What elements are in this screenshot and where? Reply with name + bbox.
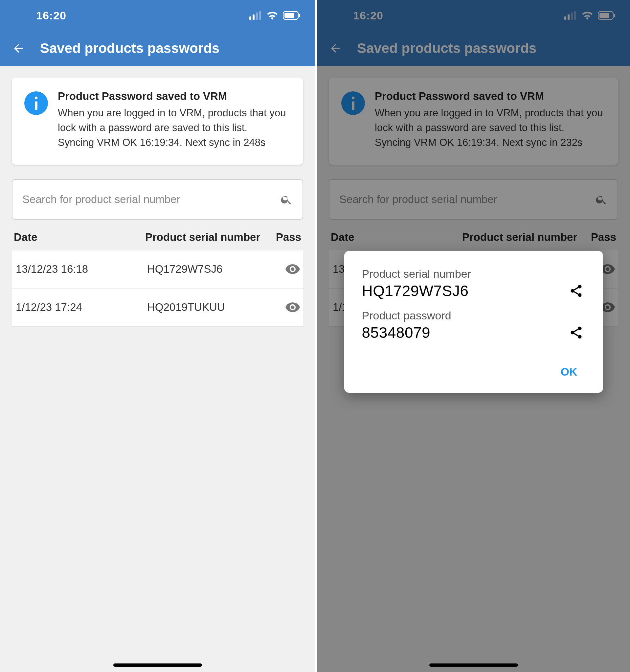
cell-date: 1/12/23 17:24	[16, 301, 147, 313]
share-icon	[569, 325, 583, 340]
screen-list: 16:20 Saved products passwords Product P…	[0, 0, 315, 672]
dialog-password-block: Product password 85348079	[362, 309, 585, 342]
svg-point-20	[578, 293, 581, 297]
svg-point-23	[578, 335, 581, 338]
svg-rect-0	[249, 17, 251, 20]
show-password-button[interactable]	[269, 302, 300, 312]
search-input[interactable]	[22, 193, 280, 206]
home-indicator[interactable]	[429, 664, 518, 667]
svg-rect-8	[35, 101, 37, 110]
cell-serial: HQ2019TUKUU	[147, 301, 269, 313]
table-row[interactable]: 1/12/23 17:24 HQ2019TUKUU	[12, 289, 303, 327]
info-body: When you are logged in to VRM, products …	[58, 106, 291, 150]
dialog-password-value: 85348079	[362, 324, 431, 341]
svg-rect-1	[253, 15, 255, 20]
screen-dialog: 16:20 Saved products passwords Product P…	[315, 0, 630, 672]
battery-icon	[283, 11, 301, 20]
dialog-password-label: Product password	[362, 309, 585, 322]
wifi-icon	[267, 11, 278, 20]
table-row[interactable]: 13/12/23 16:18 HQ1729W7SJ6	[12, 250, 303, 289]
share-icon	[569, 284, 583, 298]
statusbar: 16:20	[0, 0, 315, 31]
share-password-button[interactable]	[567, 323, 585, 342]
svg-point-19	[571, 289, 574, 293]
table-header: Date Product serial number Pass	[12, 220, 303, 250]
svg-rect-5	[284, 13, 294, 18]
svg-rect-7	[35, 97, 37, 99]
info-card: Product Password saved to VRM When you a…	[12, 77, 303, 165]
appbar: Saved products passwords	[0, 31, 315, 66]
info-text: Product Password saved to VRM When you a…	[58, 90, 291, 150]
svg-point-22	[571, 331, 574, 335]
page-title: Saved products passwords	[40, 41, 220, 56]
cell-serial: HQ1729W7SJ6	[147, 263, 269, 275]
col-serial-header: Product serial number	[145, 231, 270, 243]
status-indicators	[249, 11, 301, 20]
home-indicator[interactable]	[113, 664, 202, 667]
info-icon	[24, 91, 48, 115]
arrow-left-icon	[12, 42, 25, 55]
svg-rect-2	[256, 13, 258, 20]
eye-icon	[285, 264, 300, 274]
eye-icon	[285, 302, 300, 312]
svg-rect-6	[299, 14, 300, 17]
dialog-serial-block: Product serial number HQ1729W7SJ6	[362, 267, 585, 300]
svg-rect-3	[259, 11, 261, 20]
dialog-serial-label: Product serial number	[362, 267, 585, 280]
svg-point-21	[578, 327, 581, 330]
info-title: Product Password saved to VRM	[58, 90, 291, 102]
dialog-actions: OK	[362, 361, 585, 383]
content: Product Password saved to VRM When you a…	[0, 66, 315, 327]
clock: 16:20	[36, 9, 66, 22]
cell-date: 13/12/23 16:18	[16, 263, 147, 275]
col-pass-header: Pass	[270, 231, 301, 243]
share-serial-button[interactable]	[567, 282, 585, 300]
search-icon	[280, 193, 293, 206]
table-body: 13/12/23 16:18 HQ1729W7SJ6 1/12/23 17:24…	[12, 250, 303, 327]
dialog-serial-value: HQ1729W7SJ6	[362, 282, 469, 300]
ok-button[interactable]: OK	[553, 361, 585, 383]
search-field[interactable]	[12, 179, 303, 220]
col-date-header: Date	[14, 231, 145, 243]
cellular-icon	[249, 11, 262, 20]
show-password-button[interactable]	[269, 264, 300, 274]
password-dialog: Product serial number HQ1729W7SJ6 Produc…	[344, 251, 603, 393]
svg-point-18	[578, 285, 581, 289]
back-button[interactable]	[10, 40, 27, 57]
